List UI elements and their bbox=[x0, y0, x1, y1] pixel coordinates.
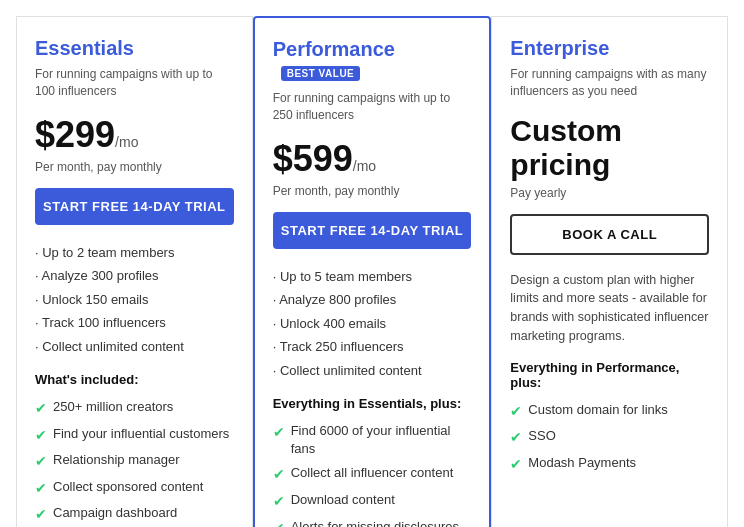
price-note-essentials: Per month, pay monthly bbox=[35, 160, 234, 174]
check-feature-label: Collect sponsored content bbox=[53, 478, 203, 496]
check-icon: ✔ bbox=[273, 492, 285, 512]
check-feature-label: Download content bbox=[291, 491, 395, 509]
check-icon: ✔ bbox=[273, 465, 285, 485]
cta-button-essentials[interactable]: START FREE 14-DAY TRIAL bbox=[35, 188, 234, 225]
enterprise-check-features: ✔Custom domain for links✔SSO✔Modash Paym… bbox=[510, 398, 709, 478]
bullet-feature: Track 250 influencers bbox=[273, 335, 472, 359]
check-icon: ✔ bbox=[35, 426, 47, 446]
check-feature: ✔Alerts for missing disclosures bbox=[273, 515, 472, 527]
plan-subtitle-performance: For running campaigns with up to 250 inf… bbox=[273, 90, 472, 124]
check-feature-label: Alerts for missing disclosures bbox=[291, 518, 459, 527]
enterprise-check-feature-label: SSO bbox=[528, 427, 555, 445]
check-feature-label: Collect all influencer content bbox=[291, 464, 454, 482]
enterprise-check-feature: ✔SSO bbox=[510, 424, 709, 451]
plan-custom-price-enterprise: Custom pricing bbox=[510, 114, 709, 182]
plan-subtitle-enterprise: For running campaigns with as many influ… bbox=[510, 66, 709, 100]
plan-badge-performance: BEST VALUE bbox=[281, 66, 361, 81]
check-feature-label: Find 6000 of your influential fans bbox=[291, 422, 472, 458]
check-features-essentials: ✔250+ million creators✔Find your influen… bbox=[35, 395, 234, 527]
plan-name-performance: PerformanceBEST VALUE bbox=[273, 38, 472, 84]
bullet-feature: Unlock 400 emails bbox=[273, 312, 472, 336]
price-amount-essentials: $299 bbox=[35, 114, 115, 155]
check-feature: ✔Relationship manager bbox=[35, 448, 234, 475]
cta-button-enterprise[interactable]: BOOK A CALL bbox=[510, 214, 709, 255]
check-feature: ✔Campaign dashboard bbox=[35, 501, 234, 527]
check-feature: ✔Download content bbox=[273, 488, 472, 515]
bullet-feature: Up to 5 team members bbox=[273, 265, 472, 289]
enterprise-check-feature: ✔Modash Payments bbox=[510, 451, 709, 478]
check-icon: ✔ bbox=[35, 399, 47, 419]
price-note-performance: Per month, pay monthly bbox=[273, 184, 472, 198]
check-icon: ✔ bbox=[510, 455, 522, 475]
plan-subtitle-essentials: For running campaigns with up to 100 inf… bbox=[35, 66, 234, 100]
enterprise-desc: Design a custom plan with higher limits … bbox=[510, 271, 709, 346]
check-icon: ✔ bbox=[35, 479, 47, 499]
plan-name-essentials: Essentials bbox=[35, 37, 234, 60]
check-icon: ✔ bbox=[273, 423, 285, 443]
enterprise-check-feature-label: Custom domain for links bbox=[528, 401, 667, 419]
check-icon: ✔ bbox=[35, 452, 47, 472]
bullet-feature: Analyze 800 profiles bbox=[273, 288, 472, 312]
check-icon: ✔ bbox=[510, 428, 522, 448]
check-feature-label: Campaign dashboard bbox=[53, 504, 177, 522]
included-label-performance: Everything in Essentials, plus: bbox=[273, 396, 472, 411]
plan-essentials: EssentialsFor running campaigns with up … bbox=[16, 16, 253, 527]
bullet-feature: Unlock 150 emails bbox=[35, 288, 234, 312]
price-note-enterprise: Pay yearly bbox=[510, 186, 709, 200]
check-feature-label: Relationship manager bbox=[53, 451, 179, 469]
bullet-feature: Up to 2 team members bbox=[35, 241, 234, 265]
check-feature: ✔250+ million creators bbox=[35, 395, 234, 422]
price-amount-performance: $599 bbox=[273, 138, 353, 179]
check-feature: ✔Collect sponsored content bbox=[35, 475, 234, 502]
bullet-feature: Analyze 300 profiles bbox=[35, 264, 234, 288]
pricing-container: EssentialsFor running campaigns with up … bbox=[0, 0, 744, 527]
plan-price-performance: $599/mo bbox=[273, 138, 472, 180]
bullet-features-essentials: Up to 2 team membersAnalyze 300 profiles… bbox=[35, 241, 234, 359]
price-unit-performance: /mo bbox=[353, 158, 376, 174]
bullet-feature: Track 100 influencers bbox=[35, 311, 234, 335]
check-icon: ✔ bbox=[273, 519, 285, 527]
check-icon: ✔ bbox=[35, 505, 47, 525]
everything-label: Everything in Performance, plus: bbox=[510, 360, 709, 390]
bullet-feature: Collect unlimited content bbox=[35, 335, 234, 359]
plan-name-enterprise: Enterprise bbox=[510, 37, 709, 60]
cta-button-performance[interactable]: START FREE 14-DAY TRIAL bbox=[273, 212, 472, 249]
bullet-feature: Collect unlimited content bbox=[273, 359, 472, 383]
check-feature: ✔Collect all influencer content bbox=[273, 461, 472, 488]
bullet-features-performance: Up to 5 team membersAnalyze 800 profiles… bbox=[273, 265, 472, 383]
check-feature-label: Find your influential customers bbox=[53, 425, 229, 443]
included-label-essentials: What's included: bbox=[35, 372, 234, 387]
price-unit-essentials: /mo bbox=[115, 134, 138, 150]
enterprise-check-feature-label: Modash Payments bbox=[528, 454, 636, 472]
plan-performance: PerformanceBEST VALUEFor running campaig… bbox=[253, 16, 492, 527]
check-feature: ✔Find your influential customers bbox=[35, 422, 234, 449]
check-feature: ✔Find 6000 of your influential fans bbox=[273, 419, 472, 461]
plan-price-essentials: $299/mo bbox=[35, 114, 234, 156]
check-feature-label: 250+ million creators bbox=[53, 398, 173, 416]
check-icon: ✔ bbox=[510, 402, 522, 422]
enterprise-check-feature: ✔Custom domain for links bbox=[510, 398, 709, 425]
check-features-performance: ✔Find 6000 of your influential fans✔Coll… bbox=[273, 419, 472, 527]
plan-enterprise: EnterpriseFor running campaigns with as … bbox=[491, 16, 728, 527]
